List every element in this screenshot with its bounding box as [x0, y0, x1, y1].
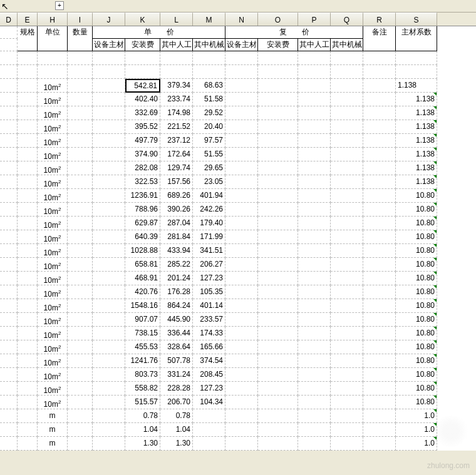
cell[interactable]	[225, 79, 258, 93]
hdr-labor2[interactable]: 其中人工	[298, 39, 331, 51]
cell[interactable]	[68, 354, 93, 368]
cell[interactable]	[298, 313, 331, 327]
col-header-E[interactable]: E	[18, 13, 38, 26]
cell-install-price[interactable]: 420.76	[125, 285, 160, 299]
cell[interactable]	[258, 437, 298, 451]
cell[interactable]	[68, 327, 93, 340]
cell[interactable]	[331, 258, 363, 272]
cell-install-price[interactable]: 1241.76	[125, 354, 160, 368]
cell-labor-price[interactable]: 287.04	[160, 217, 193, 230]
cell-unit[interactable]: 10m2	[38, 203, 68, 217]
cell[interactable]	[225, 244, 258, 258]
cell[interactable]	[225, 327, 258, 340]
cell-labor-price[interactable]: 0.78	[160, 409, 193, 423]
cell-coefficient[interactable]: 1.138	[396, 79, 437, 93]
cell[interactable]	[258, 409, 298, 423]
cell[interactable]	[93, 148, 125, 161]
cell-machine-price[interactable]: 165.66	[193, 340, 225, 354]
cell[interactable]	[298, 120, 331, 134]
cell[interactable]	[298, 244, 331, 258]
cell[interactable]	[68, 203, 93, 217]
cell[interactable]	[18, 230, 38, 244]
hdr-unit[interactable]: 单位	[38, 26, 68, 39]
cell[interactable]	[225, 409, 258, 423]
cell[interactable]	[93, 327, 125, 340]
cell[interactable]	[225, 368, 258, 382]
cell[interactable]	[331, 189, 363, 203]
cell[interactable]	[18, 423, 38, 437]
hdr-unitprice[interactable]: 单 价	[93, 26, 225, 39]
cell[interactable]	[0, 423, 18, 437]
cell-machine-price[interactable]: 206.27	[193, 258, 225, 272]
cell-labor-price[interactable]: 864.24	[160, 299, 193, 313]
cell[interactable]	[258, 134, 298, 148]
cell-install-price[interactable]: 497.79	[125, 134, 160, 148]
cell-labor-price[interactable]: 172.64	[160, 148, 193, 161]
cell[interactable]	[225, 217, 258, 230]
cell-coefficient[interactable]: 10.80	[396, 382, 437, 396]
cell[interactable]	[68, 382, 93, 396]
cell[interactable]	[225, 396, 258, 409]
cell[interactable]	[331, 79, 363, 93]
cell-install-price[interactable]: 803.73	[125, 368, 160, 382]
cell[interactable]	[0, 148, 18, 161]
cell[interactable]	[298, 161, 331, 175]
cell[interactable]	[0, 327, 18, 340]
cell[interactable]	[331, 272, 363, 285]
cell[interactable]	[18, 299, 38, 313]
cell[interactable]	[93, 93, 125, 106]
cell[interactable]	[331, 368, 363, 382]
cell-labor-price[interactable]: 689.26	[160, 189, 193, 203]
cell-machine-price[interactable]: 20.40	[193, 120, 225, 134]
cell[interactable]	[363, 203, 396, 217]
cell[interactable]	[331, 423, 363, 437]
cell-install-price[interactable]: 1.04	[125, 423, 160, 437]
cell-unit[interactable]: 10m2	[38, 79, 68, 93]
cell[interactable]	[68, 189, 93, 203]
cell[interactable]	[93, 217, 125, 230]
hdr-spec[interactable]: 规格	[18, 26, 38, 39]
hdr-coef[interactable]: 主材系数	[396, 26, 437, 39]
cell[interactable]	[258, 327, 298, 340]
cell[interactable]	[363, 437, 396, 451]
cell[interactable]	[68, 244, 93, 258]
cell[interactable]	[68, 134, 93, 148]
cell[interactable]	[363, 299, 396, 313]
cell-machine-price[interactable]: 171.99	[193, 230, 225, 244]
cell-coefficient[interactable]: 10.80	[396, 189, 437, 203]
cell[interactable]	[18, 175, 38, 189]
cell-install-price[interactable]: 1236.91	[125, 189, 160, 203]
cell[interactable]	[258, 148, 298, 161]
cell-machine-price[interactable]: 242.26	[193, 203, 225, 217]
cell-coefficient[interactable]: 1.138	[396, 134, 437, 148]
cell[interactable]	[0, 340, 18, 354]
cell-labor-price[interactable]: 176.28	[160, 285, 193, 299]
cell-unit[interactable]: 10m2	[38, 148, 68, 161]
cell[interactable]	[331, 313, 363, 327]
cell[interactable]	[68, 409, 93, 423]
cell[interactable]	[258, 230, 298, 244]
cell-labor-price[interactable]: 237.12	[160, 134, 193, 148]
cell[interactable]	[68, 79, 93, 93]
cell-labor-price[interactable]: 445.90	[160, 313, 193, 327]
cell-machine-price[interactable]: 68.63	[193, 79, 225, 93]
cell[interactable]	[331, 437, 363, 451]
cell-coefficient[interactable]: 10.80	[396, 217, 437, 230]
cell[interactable]	[363, 134, 396, 148]
cell[interactable]	[0, 120, 18, 134]
cell-install-price[interactable]: 402.40	[125, 93, 160, 106]
cell[interactable]	[298, 175, 331, 189]
cell-coefficient[interactable]: 1.138	[396, 175, 437, 189]
cell-coefficient[interactable]: 10.80	[396, 258, 437, 272]
cell[interactable]	[331, 299, 363, 313]
cell[interactable]	[0, 299, 18, 313]
cell[interactable]	[18, 134, 38, 148]
cell[interactable]	[0, 175, 18, 189]
cell[interactable]	[363, 368, 396, 382]
cell[interactable]	[225, 285, 258, 299]
cell[interactable]	[363, 161, 396, 175]
cell-machine-price[interactable]: 97.57	[193, 134, 225, 148]
cell[interactable]	[93, 134, 125, 148]
cell[interactable]	[0, 244, 18, 258]
cell[interactable]	[0, 382, 18, 396]
